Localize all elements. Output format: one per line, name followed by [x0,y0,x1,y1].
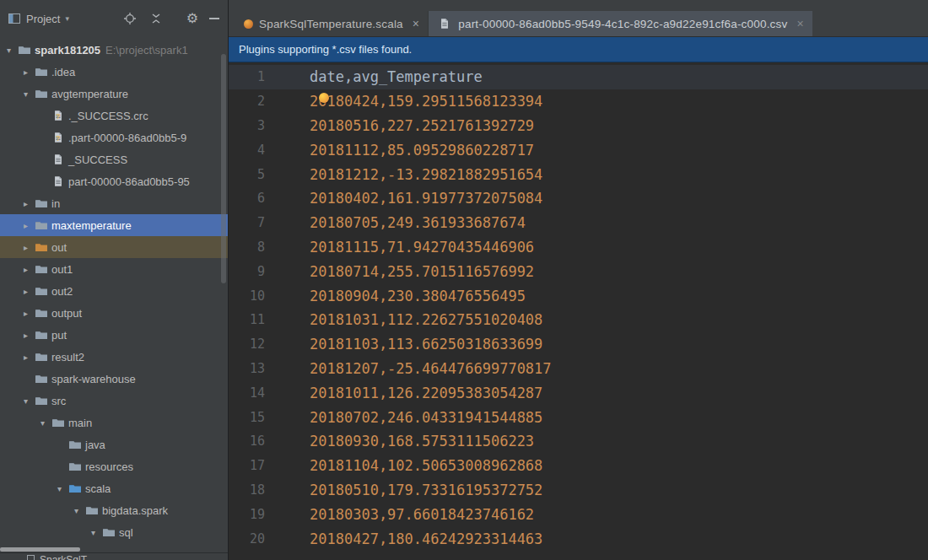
chevron-right-icon[interactable]: ▸ [19,243,33,252]
editor-line[interactable]: 1120181031,112.22627551020408 [229,308,928,332]
editor-line[interactable]: 620180402,161.91977372075084 [229,186,928,211]
tree-item-put[interactable]: ▸put [0,324,228,346]
chevron-right-icon[interactable]: ▸ [19,287,33,296]
editor-line[interactable]: 1520180702,246.04331941544885 [229,405,928,429]
tree-item-sql[interactable]: ▾sql [0,521,228,543]
horizontal-scrollbar[interactable] [0,547,80,552]
tree-item-label: out [51,241,67,254]
line-text: 20181212,-13.29821882951654 [305,166,542,183]
chevron-right-icon[interactable]: ▸ [19,265,33,274]
chevron-down-icon[interactable]: ▾ [35,418,50,428]
tab-csv-file[interactable]: part-00000-86ad0bb5-9549-4c1c-892c-a9d22… [429,11,812,36]
locate-file-icon[interactable] [122,11,138,26]
line-text: 20181112,85.09529860228717 [305,142,534,159]
editor-line[interactable]: 820181115,71.94270435446906 [229,235,928,260]
tool-window-selector[interactable]: Project ▾ [3,9,73,28]
tree-item-out1[interactable]: ▸out1 [0,258,228,280]
editor-line[interactable]: 1020180904,230.380476556495 [229,283,928,308]
project-panel: Project ▾ ⚙ ▾spark181205E:\project\spark… [0,0,229,560]
tree-item-success-crc[interactable]: ?._SUCCESS.crc [0,105,228,127]
chevron-right-icon[interactable]: ▸ [19,331,33,340]
tree-item-label: .part-00000-86ad0bb5-9 [68,132,186,144]
tree-item-label: sql [119,526,133,539]
gear-icon[interactable]: ⚙ [186,12,198,25]
svg-text:?: ? [56,134,60,143]
hide-panel-icon[interactable] [209,18,219,19]
editor-line[interactable]: 1920180303,97.66018423746162 [229,502,928,526]
tree-item-out2[interactable]: ▸out2 [0,280,228,302]
tree-item-idea[interactable]: ▸.idea [0,61,228,83]
tree-item-in[interactable]: ▸in [0,192,228,214]
vertical-scrollbar[interactable] [221,54,226,283]
run-tab-label: SparkSqlT [40,555,87,560]
tree-item-label: java [85,439,105,451]
editor-line[interactable]: 1220181103,113.66250318633699 [229,332,928,357]
tree-item-spark181205[interactable]: ▾spark181205E:\project\spark1 [0,39,228,61]
editor-line[interactable]: 1620180930,168.5753111506223 [229,429,928,454]
collapse-all-icon[interactable] [148,11,164,26]
file-unknown-icon: ? [50,110,66,121]
editor-line[interactable]: 320180516,227.2521761392729 [229,114,928,138]
banner-text: Plugins supporting *.csv files found. [239,43,412,56]
editor[interactable]: 1date,avg_Temperature220180424,159.29511… [229,62,928,560]
editor-line[interactable]: 520181212,-13.29821882951654 [229,162,928,186]
folder-source-icon [67,482,83,495]
tree-item-output[interactable]: ▸output [0,302,228,324]
tab-sparksqltemperature-scala[interactable]: SparkSqlTemperature.scala × [235,11,429,36]
intention-bulb-icon[interactable] [319,93,329,103]
close-icon[interactable]: × [413,17,419,30]
chevron-down-icon[interactable]: ▾ [86,528,100,537]
editor-line[interactable]: 1720181104,102.50653008962868 [229,454,928,478]
tree-item-main[interactable]: ▾main [0,412,228,433]
tree-item-java[interactable]: java [0,433,228,455]
editor-line[interactable]: 1320181207,-25.464476699770817 [229,357,928,381]
folder-icon [33,284,49,298]
tree-item-result2[interactable]: ▸result2 [0,346,228,368]
chevron-down-icon[interactable]: ▾ [52,484,67,493]
tree-item-part-00000-86ad0bb5-9[interactable]: ?.part-00000-86ad0bb5-9 [0,127,228,148]
chevron-down-icon[interactable]: ▾ [2,46,16,55]
line-text: 20181207,-25.464476699770817 [305,360,552,377]
tree-item-maxtemperature[interactable]: ▸maxtemperature [0,214,228,236]
folder-icon [33,65,49,78]
tree-item-out[interactable]: ▸out [0,236,228,258]
run-toolwindow-partial[interactable]: SparkSqlT [0,552,228,560]
folder-icon [33,262,49,276]
chevron-right-icon[interactable]: ▸ [19,353,33,362]
chevron-down-icon[interactable]: ▾ [69,506,84,515]
tree-item-spark-warehouse[interactable]: spark-warehouse [0,368,228,390]
editor-line[interactable]: 2020180427,180.46242923314463 [229,526,928,551]
editor-line[interactable]: 920180714,255.7015116576992 [229,259,928,283]
editor-line[interactable]: 220180424,159.29511568123394 [229,89,928,114]
editor-line[interactable]: 420181112,85.09529860228717 [229,137,928,162]
close-icon[interactable]: × [796,17,803,30]
svg-text:?: ? [56,112,60,121]
chevron-right-icon[interactable]: ▸ [19,67,33,77]
editor-line[interactable]: 1420181011,126.22095383054287 [229,380,928,405]
line-number: 10 [229,288,305,304]
project-tree: ▾spark181205E:\project\spark1▸.idea▾avgt… [0,37,228,560]
tree-item-avgtemperature[interactable]: ▾avgtemperature [0,83,228,105]
editor-area: SparkSqlTemperature.scala × part-00000-8… [229,0,928,560]
tree-item-src[interactable]: ▾src [0,390,228,412]
line-number: 16 [229,433,305,449]
tree-item-success[interactable]: _SUCCESS [0,148,228,170]
line-text: 20181011,126.22095383054287 [305,385,542,401]
tree-item-part-00000-86ad0bb5-95[interactable]: part-00000-86ad0bb5-95 [0,170,228,192]
file-icon [50,153,66,165]
editor-line[interactable]: 1date,avg_Temperature [229,65,928,89]
tree-item-label: src [51,395,66,407]
tree-item-bigdata-spark[interactable]: ▾bigdata.spark [0,499,228,521]
chevron-right-icon[interactable]: ▸ [19,199,33,208]
chevron-down-icon[interactable]: ▾ [19,396,33,406]
tree-item-resources[interactable]: resources [0,455,228,477]
chevron-down-icon[interactable]: ▾ [19,89,33,99]
tree-item-label: _SUCCESS [68,153,127,166]
panel-header-actions: ⚙ [122,11,219,26]
tree-item-scala[interactable]: ▾scala [0,477,228,499]
chevron-right-icon[interactable]: ▸ [19,309,33,318]
editor-line[interactable]: 720180705,249.361933687674 [229,211,928,235]
line-number: 8 [229,240,305,255]
chevron-right-icon[interactable]: ▸ [19,221,33,230]
editor-line[interactable]: 1820180510,179.73316195372752 [229,478,928,503]
